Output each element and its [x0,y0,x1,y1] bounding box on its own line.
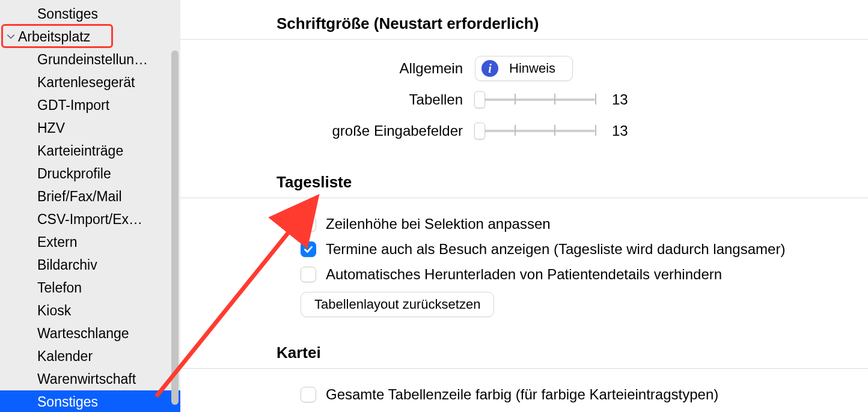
sidebar-item-label: Telefon [37,280,82,295]
checkbox-zeilenhoehe[interactable] [301,216,316,232]
sidebar-item-warteschlange[interactable]: Warteschlange [0,322,180,345]
section-title: Tagesliste [277,173,352,191]
sidebar-item-gdt-import[interactable]: GDT-Import [0,94,180,117]
sidebar-item-label: Karteieinträge [37,143,123,159]
sidebar-item-label: Extern [37,234,77,250]
sidebar-item-label: Druckprofile [37,166,111,181]
section-header: Tagesliste [180,173,868,198]
checkbox-label: Automatisches Herunterladen von Patiente… [326,266,722,283]
sidebar-item-brief-fax-mail[interactable]: Brief/Fax/Mail [0,185,180,208]
sidebar-item-label: Kalender [37,348,93,364]
sidebar-item-label: Sonstiges [37,394,98,410]
section-header: Kartei [180,344,868,369]
checkbox-label: Termine auch als Besuch anzeigen (Tagesl… [326,241,785,258]
label-grosse-eingabefelder: große Eingabefelder [180,123,475,139]
sidebar-item-label: GDT-Import [37,97,109,113]
row-tabellen: Tabellen 13 [180,84,868,115]
checkbox-row-auto-download: Automatisches Herunterladen von Patiente… [180,262,868,287]
checkbox-label: Zeilenhöhe bei Selektion anpassen [326,216,551,232]
sidebar-item-kiosk[interactable]: Kiosk [0,299,180,322]
checkbox-row-termine-besuch: Termine auch als Besuch anzeigen (Tagesl… [180,237,868,262]
sidebar-item-bildarchiv[interactable]: Bildarchiv [0,253,180,276]
main-panel: Schriftgröße (Neustart erforderlich) All… [180,0,868,412]
button-label: Hinweis [509,61,555,76]
section-title: Kartei [277,344,321,362]
sidebar-item-warenwirtschaft[interactable]: Warenwirtschaft [0,368,180,390]
slider-tabellen[interactable] [475,91,595,108]
info-icon: i [481,60,498,77]
button-label: Tabellenlayout zurücksetzen [314,297,480,312]
chevron-down-icon[interactable] [5,25,17,48]
sidebar-item-label: Grundeinstellun… [37,52,148,67]
section-title: Schriftgröße (Neustart erforderlich) [277,14,539,32]
slider-eingabefelder[interactable] [475,123,595,139]
sidebar-item-sonstiges-top[interactable]: Sonstiges [0,2,180,25]
sidebar-item-label: Warteschlange [37,326,129,341]
sidebar-scrollbar[interactable] [171,50,179,405]
label-tabellen: Tabellen [180,91,475,108]
hinweis-button[interactable]: i Hinweis [475,56,573,81]
sidebar-item-label: Kiosk [37,303,71,318]
sidebar-item-label: CSV-Import/Ex… [37,211,142,227]
scrollbar-thumb[interactable] [171,50,179,405]
sidebar-item-csv-import-export[interactable]: CSV-Import/Ex… [0,208,180,231]
section-tagesliste: Tagesliste Zeilenhöhe bei Selektion anpa… [180,153,868,323]
sidebar-item-label: Kartenlesegerät [37,74,135,90]
slider-eingabefelder-value: 13 [612,123,628,139]
section-header: Schriftgröße (Neustart erforderlich) [180,14,868,40]
checkbox-row-tabellenzeile-farbig: Gesamte Tabellenzeile farbig (für farbig… [180,382,868,407]
sidebar-item-hzv[interactable]: HZV [0,117,180,139]
sidebar-item-karteieintraege[interactable]: Karteieinträge [0,139,180,162]
checkbox-row-zeilenhoehe: Zeilenhöhe bei Selektion anpassen [180,211,868,237]
row-grosse-eingabefelder: große Eingabefelder 13 [180,115,868,147]
checkbox-termine-besuch[interactable] [301,241,316,257]
section-schriftgroesse: Schriftgröße (Neustart erforderlich) All… [180,0,868,153]
checkbox-label: Gesamte Tabellenzeile farbig (für farbig… [326,386,718,403]
sidebar-item-label: Bildarchiv [37,257,97,273]
sidebar-item-label: Sonstiges [37,6,98,22]
sidebar-item-kalender[interactable]: Kalender [0,345,180,368]
section-kartei: Kartei Gesamte Tabellenzeile farbig (für… [180,323,868,412]
sidebar-group-label: Arbeitsplatz [18,29,90,44]
button-row: Tabellenlayout zurücksetzen [180,292,868,317]
sidebar-item-druckprofile[interactable]: Druckprofile [0,162,180,185]
sidebar-group-arbeitsplatz[interactable]: Arbeitsplatz [0,25,180,48]
sidebar-item-sonstiges[interactable]: Sonstiges [0,390,180,412]
sidebar-item-label: Warenwirtschaft [37,371,136,387]
slider-tabellen-value: 13 [612,91,628,108]
reset-tabellenlayout-button[interactable]: Tabellenlayout zurücksetzen [301,292,494,317]
sidebar-item-telefon[interactable]: Telefon [0,276,180,299]
label-allgemein: Allgemein [180,60,475,77]
sidebar: Sonstiges Arbeitsplatz Grundeinstellun… … [0,0,180,412]
checkbox-auto-download[interactable] [301,267,316,282]
sidebar-item-extern[interactable]: Extern [0,231,180,253]
checkbox-tabellenzeile-farbig[interactable] [301,387,316,402]
slider-thumb[interactable] [474,91,485,108]
row-allgemein: Allgemein i Hinweis [180,53,868,84]
sidebar-item-label: HZV [37,120,65,136]
sidebar-item-grundeinstellungen[interactable]: Grundeinstellun… [0,48,180,71]
slider-thumb[interactable] [474,123,485,139]
sidebar-item-label: Brief/Fax/Mail [37,189,122,204]
sidebar-item-kartenlesegeraet[interactable]: Kartenlesegerät [0,71,180,94]
